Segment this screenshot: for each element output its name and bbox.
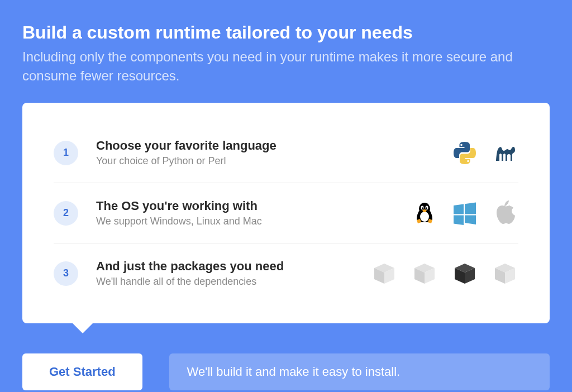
svg-point-7 <box>422 207 423 209</box>
step-content: Choose your favorite language Your choic… <box>96 138 451 167</box>
step-number-badge: 2 <box>54 201 78 226</box>
package-icon <box>411 260 438 287</box>
step-number-badge: 1 <box>54 141 78 165</box>
svg-point-8 <box>426 207 427 209</box>
step-subtitle: We support Windows, Linux and Mac <box>96 216 411 227</box>
steps-card: 1 Choose your favorite language Your cho… <box>22 103 550 323</box>
step-subtitle: Your choice of Python or Perl <box>96 155 451 167</box>
windows-icon <box>451 200 478 227</box>
svg-point-1 <box>467 160 469 162</box>
svg-point-0 <box>460 144 463 146</box>
perl-camel-icon <box>492 140 518 166</box>
package-icon <box>371 260 398 287</box>
footer-actions: Get Started We'll build it and make it e… <box>22 353 550 390</box>
package-icon-active <box>451 260 478 287</box>
footer-info-banner: We'll build it and make it easy to insta… <box>169 353 550 390</box>
step-row: 2 The OS you're working with We support … <box>54 183 518 243</box>
step-content: The OS you're working with We support Wi… <box>96 199 411 227</box>
step-content: And just the packages you need We'll han… <box>96 259 371 288</box>
step-row: 1 Choose your favorite language Your cho… <box>54 123 518 183</box>
get-started-button[interactable]: Get Started <box>22 353 142 390</box>
step-icons <box>411 200 518 227</box>
linux-tux-icon <box>411 200 438 227</box>
python-icon <box>451 140 478 166</box>
package-icon <box>492 260 518 287</box>
svg-point-2 <box>513 147 514 148</box>
step-title: The OS you're working with <box>96 199 411 213</box>
hero-title: Build a custom runtime tailored to your … <box>22 22 550 43</box>
step-icons <box>451 140 518 166</box>
step-row: 3 And just the packages you need We'll h… <box>54 243 518 303</box>
step-title: Choose your favorite language <box>96 138 451 153</box>
svg-point-4 <box>420 212 429 222</box>
step-number-badge: 3 <box>54 261 78 286</box>
hero-header: Build a custom runtime tailored to your … <box>22 22 550 85</box>
step-title: And just the packages you need <box>96 259 371 274</box>
hero-subtitle: Including only the components you need i… <box>22 47 550 85</box>
step-icons <box>371 260 518 287</box>
step-subtitle: We'll handle all of the dependencies <box>96 276 371 288</box>
apple-icon <box>492 200 518 227</box>
